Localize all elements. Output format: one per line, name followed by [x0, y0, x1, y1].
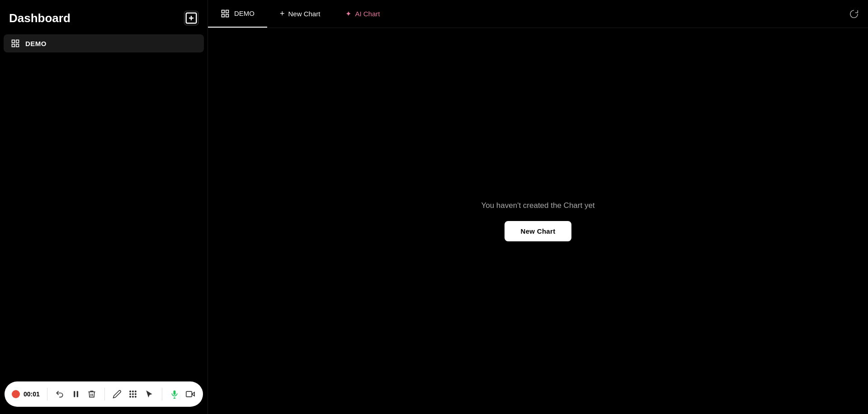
- new-chart-button[interactable]: New Chart: [505, 221, 572, 241]
- microphone-button[interactable]: [169, 387, 179, 401]
- svg-point-16: [132, 396, 134, 398]
- tab-demo-label: DEMO: [234, 9, 255, 17]
- svg-rect-26: [226, 14, 229, 17]
- divider-2: [104, 388, 105, 400]
- svg-point-13: [132, 394, 134, 395]
- sidebar-title: Dashboard: [9, 11, 71, 25]
- svg-point-11: [135, 391, 137, 392]
- main-content: DEMO + New Chart ✦ AI Chart You haven't …: [208, 0, 868, 414]
- top-nav: DEMO + New Chart ✦ AI Chart: [208, 0, 868, 28]
- svg-rect-25: [222, 14, 225, 17]
- pause-button[interactable]: [71, 387, 81, 401]
- grid-icon: [11, 39, 20, 48]
- ai-chart-sparkle-icon: ✦: [345, 9, 351, 18]
- empty-state-text: You haven't created the Chart yet: [481, 201, 594, 210]
- svg-point-14: [135, 394, 137, 395]
- nav-ai-chart[interactable]: ✦ AI Chart: [333, 0, 392, 28]
- svg-rect-24: [226, 10, 229, 13]
- svg-rect-7: [74, 391, 75, 397]
- undo-button[interactable]: [55, 387, 65, 401]
- sidebar-item-demo[interactable]: DEMO: [4, 34, 204, 52]
- grid-tool-button[interactable]: [128, 387, 138, 401]
- svg-point-9: [130, 391, 131, 392]
- sidebar-header: Dashboard: [0, 0, 208, 34]
- nav-new-chart[interactable]: + New Chart: [267, 0, 333, 28]
- divider-1: [47, 388, 47, 400]
- svg-rect-5: [12, 44, 15, 47]
- svg-rect-22: [186, 391, 192, 397]
- svg-point-12: [130, 394, 131, 395]
- bottom-toolbar: 00:01: [5, 381, 203, 407]
- demo-tab-icon: [221, 9, 230, 18]
- svg-rect-3: [12, 40, 15, 43]
- sidebar-item-label-demo: DEMO: [25, 40, 47, 47]
- svg-rect-4: [16, 40, 19, 43]
- svg-point-15: [130, 396, 131, 398]
- sidebar: Dashboard DEMO 00:01: [0, 0, 208, 414]
- delete-button[interactable]: [86, 387, 97, 401]
- record-dot: [12, 390, 20, 398]
- new-chart-plus-icon: +: [280, 9, 285, 19]
- svg-rect-23: [222, 10, 225, 13]
- svg-point-17: [135, 396, 137, 398]
- tab-demo[interactable]: DEMO: [208, 0, 267, 28]
- record-indicator: 00:01: [12, 390, 40, 398]
- svg-point-10: [132, 391, 134, 392]
- nav-ai-chart-label: AI Chart: [355, 10, 380, 18]
- svg-rect-8: [76, 391, 78, 397]
- video-button[interactable]: [185, 387, 196, 401]
- svg-marker-21: [192, 392, 195, 396]
- svg-rect-18: [173, 390, 175, 395]
- divider-3: [162, 388, 162, 400]
- add-dashboard-button[interactable]: [184, 11, 198, 25]
- pen-button[interactable]: [112, 387, 122, 401]
- record-time: 00:01: [24, 390, 40, 398]
- nav-new-chart-label: New Chart: [288, 10, 321, 18]
- cursor-button[interactable]: [144, 387, 154, 401]
- refresh-button[interactable]: [840, 9, 868, 19]
- svg-rect-6: [16, 44, 19, 47]
- empty-state: You haven't created the Chart yet New Ch…: [208, 28, 868, 414]
